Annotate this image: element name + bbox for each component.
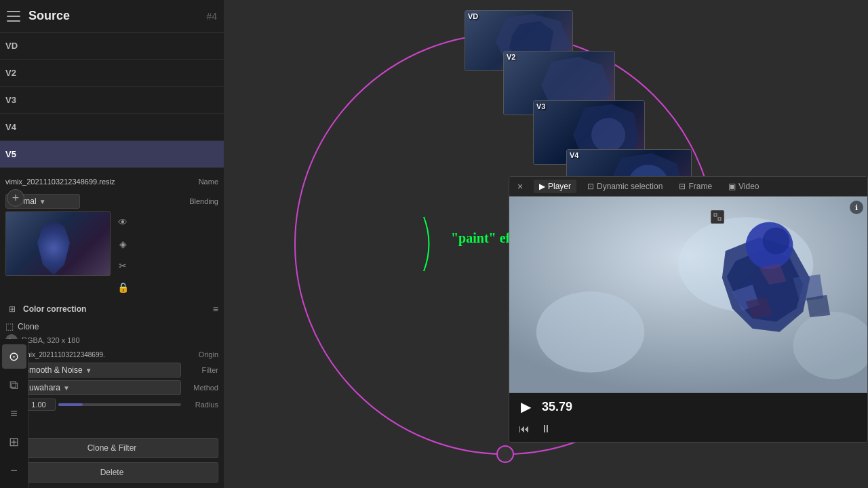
sidebar-title: Source [28, 9, 206, 23]
visibility-icon[interactable]: 👁 [115, 214, 131, 230]
section-menu-icon[interactable]: ≡ [213, 304, 218, 314]
layer-label-vd: VD [5, 41, 27, 51]
tab-dynamic[interactable]: ⊡ Dynamic selection [582, 180, 668, 193]
video-panel-header: × ▶ Player ⊡ Dynamic selection ⊟ Frame ▣… [509, 177, 867, 197]
target-icon[interactable]: ⊙ [2, 344, 26, 369]
name-label: Name [171, 178, 218, 186]
clone-row: ⬚ Clone [5, 321, 218, 331]
filename-text: vimix_20211103212348699.resiz [5, 178, 171, 186]
rgba-row: ▶ RGBA, 320 x 180 [5, 334, 218, 346]
method-dropdown[interactable]: Kuwahara ▼ [19, 380, 181, 395]
layer-label-v2: V2 [5, 68, 27, 78]
close-button[interactable]: × [515, 181, 526, 192]
tab-video-label: Video [738, 182, 759, 191]
method-value: Kuwahara [24, 383, 60, 392]
filter-value: Smooth & Noise [24, 365, 83, 375]
stack-icon[interactable]: ≡ [2, 401, 26, 426]
layer-row-v5[interactable]: V5 [0, 141, 224, 168]
layer-label-v5: V5 [5, 149, 27, 159]
node-label-v3: V3 [536, 102, 545, 110]
transport-row: ⏮ ⏸ [516, 420, 861, 438]
scissors-icon[interactable]: ✂ [115, 258, 131, 274]
method-row: Kuwahara ▼ Method [5, 380, 218, 395]
method-arrow-icon: ▼ [63, 384, 70, 392]
video-content: ℹ [509, 197, 867, 393]
filter-label: Filter [181, 366, 218, 374]
clone-filter-button[interactable]: Clone & Filter [5, 438, 218, 458]
color-correction-title: Color correction [23, 304, 86, 314]
node-expand-icon[interactable] [711, 210, 724, 224]
menu-icon[interactable] [7, 11, 20, 22]
blending-arrow-icon: ▼ [39, 198, 46, 205]
audio-icon[interactable]: ◈ [115, 236, 131, 252]
lock-icon[interactable]: 🔒 [115, 279, 131, 296]
svg-rect-15 [718, 218, 721, 220]
skip-back-button[interactable]: ⏮ [516, 420, 532, 438]
tab-player[interactable]: ▶ Player [534, 180, 576, 193]
radius-row: ○ 1.00 Radius [5, 398, 218, 411]
dynamic-icon: ⊡ [587, 182, 594, 191]
grid-icon[interactable]: ⊞ [2, 430, 26, 454]
filter-row: ✦ Smooth & Noise ▼ Filter [5, 363, 218, 378]
layers-bottom-icon[interactable]: ⧉ [2, 373, 26, 397]
video-icon: ▣ [728, 182, 736, 191]
tab-dynamic-label: Dynamic selection [597, 182, 663, 191]
node-label-v4: V4 [570, 151, 578, 159]
filter-dropdown[interactable]: Smooth & Noise ▼ [19, 363, 181, 378]
layer-row-v3[interactable]: V3 [0, 87, 224, 114]
radius-slider[interactable] [58, 403, 181, 406]
svg-point-26 [763, 227, 790, 254]
sidebar-num: #4 [206, 11, 217, 22]
info-overlay-icon: ℹ [850, 201, 863, 214]
time-row: ▶ 35.79 [516, 397, 861, 416]
sidebar-bottom-icons: ⊙ ⧉ ≡ ⊞ − [0, 339, 28, 488]
delete-button[interactable]: Delete [5, 462, 218, 483]
frame-icon: ⊟ [679, 182, 686, 191]
thumbnail-bird-shape [26, 221, 81, 275]
add-button[interactable]: + [7, 189, 24, 207]
color-correction-icon: ⊞ [5, 302, 19, 316]
source-thumbnail [5, 211, 111, 276]
method-label: Method [181, 384, 218, 392]
origin-label: Origin [184, 350, 218, 359]
sidebar-header: Source #4 [0, 0, 224, 33]
svg-point-2 [497, 446, 513, 462]
filter-arrow-icon: ▼ [85, 367, 92, 374]
layer-label-v4: V4 [5, 122, 27, 132]
radius-label: Radius [181, 401, 218, 409]
layer-list: VD V2 V3 V4 V5 [0, 33, 224, 168]
layer-row-v4[interactable]: V4 [0, 114, 224, 141]
minus-icon[interactable]: − [2, 458, 26, 483]
blending-label: Blending [171, 197, 218, 205]
tab-frame[interactable]: ⊟ Frame [673, 180, 717, 193]
sidebar: Source #4 VD V2 V3 V4 V5 vimix_202111032… [0, 0, 224, 488]
clone-icon: ⬚ [5, 321, 14, 331]
video-panel: × ▶ Player ⊡ Dynamic selection ⊟ Frame ▣… [509, 176, 868, 443]
rgba-text: RGBA, 320 x 180 [22, 336, 80, 344]
radius-slider-fill [58, 403, 83, 406]
tab-player-label: Player [548, 182, 571, 191]
thumbnail-area: 👁 ◈ ✂ 🔒 [5, 211, 218, 296]
layer-row-vd[interactable]: VD [0, 33, 224, 60]
source-panel: vimix_20211103212348699.resiz Name Norma… [0, 168, 224, 432]
node-label-vd: VD [468, 12, 478, 20]
svg-marker-31 [806, 295, 830, 317]
svg-point-11 [591, 118, 625, 152]
radius-slider-container: 1.00 [22, 399, 181, 411]
player-icon: ▶ [539, 182, 545, 191]
action-buttons: Clone & Filter Delete [0, 432, 224, 488]
filename-row: vimix_20211103212348699.resiz Name [5, 172, 218, 191]
node-label-v2: V2 [507, 53, 515, 61]
video-controls: ▶ 35.79 ⏮ ⏸ [509, 393, 867, 442]
play-main-button[interactable]: ▶ [516, 397, 535, 416]
side-icons: 👁 ◈ ✂ 🔒 [115, 211, 131, 296]
tab-video[interactable]: ▣ Video [723, 180, 764, 193]
pause-button[interactable]: ⏸ [538, 420, 554, 438]
color-correction-section: ⊞ Color correction ≡ [5, 300, 218, 319]
layer-row-v2[interactable]: V2 [0, 60, 224, 87]
layer-label-v3: V3 [5, 95, 27, 105]
svg-rect-14 [714, 214, 717, 216]
svg-point-20 [536, 291, 644, 373]
clone-label: Clone [18, 322, 39, 331]
time-display: 35.79 [542, 400, 572, 414]
